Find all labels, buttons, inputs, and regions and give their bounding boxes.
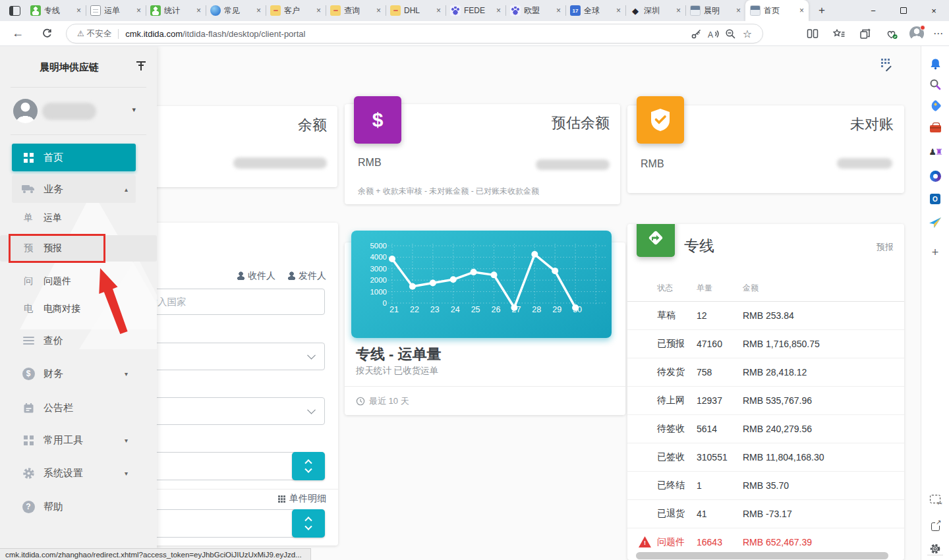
- tab-dhl[interactable]: DHL ×: [386, 0, 446, 21]
- microsoft-365-icon[interactable]: [928, 169, 942, 183]
- drop-paper-plane-icon[interactable]: [928, 215, 942, 230]
- favorites-hub-icon[interactable]: [830, 25, 848, 42]
- user-menu-caret-icon[interactable]: ▾: [132, 105, 136, 114]
- currency-label: RMB: [641, 158, 664, 170]
- settings-more-icon[interactable]: ⋯: [933, 28, 944, 40]
- profile-avatar[interactable]: [909, 26, 924, 41]
- recipient-toggle[interactable]: 收件人: [237, 270, 275, 282]
- sidebar-item-help[interactable]: ? 帮助: [12, 493, 136, 520]
- sidebar-item-tools[interactable]: 常用工具 ▾: [12, 426, 136, 454]
- tab-fedex[interactable]: FEDE ×: [446, 0, 505, 21]
- item-detail-button[interactable]: 单件明细: [278, 493, 326, 505]
- tab-quanqiu[interactable]: 17 全球 ×: [565, 0, 625, 21]
- table-row[interactable]: 待发货 758 RMB 28,418.12: [627, 358, 904, 386]
- forecast-link[interactable]: 预报: [877, 241, 894, 253]
- share-external-icon[interactable]: [928, 519, 942, 534]
- web-capture-icon[interactable]: [928, 491, 942, 506]
- tab-close-icon[interactable]: ×: [376, 7, 381, 14]
- sidebar-item-waybill[interactable]: 单 运单: [0, 205, 157, 231]
- tab-close-icon[interactable]: ×: [676, 7, 681, 14]
- edge-sidebar-rail: ♟♜ O +: [921, 46, 949, 560]
- sidebar-settings-gear-icon[interactable]: [928, 542, 942, 556]
- tab-activities-icon[interactable]: [9, 6, 20, 16]
- tab-chaxun[interactable]: 查询 ×: [326, 0, 386, 21]
- weight-stepper[interactable]: [292, 452, 325, 480]
- restore-button[interactable]: [888, 0, 919, 21]
- tab-close-icon[interactable]: ×: [256, 7, 261, 14]
- step-down-icon[interactable]: [304, 523, 312, 530]
- close-button[interactable]: ×: [919, 0, 949, 21]
- step-down-icon[interactable]: [304, 466, 312, 473]
- address-bar[interactable]: ⚠ 不安全 cmk.itdida.com/itdida-flash/deskto…: [66, 24, 763, 43]
- sender-toggle[interactable]: 发件人: [287, 270, 326, 282]
- tab-tongji[interactable]: 统计 ×: [146, 0, 206, 21]
- country-input[interactable]: 请输入国家: [130, 289, 325, 315]
- tab-close-icon[interactable]: ×: [556, 7, 561, 14]
- tab-close-icon[interactable]: ×: [76, 7, 81, 14]
- tab-changjian[interactable]: 常见 ×: [206, 0, 266, 21]
- pin-sidebar-icon[interactable]: [136, 61, 146, 71]
- new-tab-button[interactable]: +: [813, 1, 831, 20]
- tools-toolbox-icon[interactable]: [928, 121, 942, 136]
- product-select[interactable]: [130, 343, 325, 370]
- browser-essentials-icon[interactable]: [883, 25, 900, 42]
- split-screen-icon[interactable]: [804, 25, 821, 42]
- password-key-icon[interactable]: [687, 25, 705, 42]
- table-row[interactable]: 已退货 41 RMB -73.17: [627, 499, 904, 528]
- sidebar-item-bulletin[interactable]: 公告栏: [12, 394, 136, 422]
- zoom-out-icon[interactable]: [722, 25, 739, 42]
- tab-close-icon[interactable]: ×: [616, 7, 621, 14]
- horizontal-scrollbar-thumb[interactable]: [636, 552, 888, 559]
- grid-icon: [278, 495, 285, 503]
- dollar-icon: $: [354, 96, 401, 144]
- tab-close-icon[interactable]: ×: [196, 7, 201, 14]
- directions-icon: [637, 224, 675, 257]
- quantity-stepper[interactable]: [292, 509, 325, 538]
- tab-close-icon[interactable]: ×: [136, 7, 141, 14]
- games-chess-icon[interactable]: ♟♜: [928, 144, 942, 159]
- table-row[interactable]: 待签收 5614 RMB 240,279.56: [627, 414, 904, 443]
- chart-subtitle: 按天统计 已收货运单: [356, 365, 438, 377]
- tab-close-icon[interactable]: ×: [436, 7, 441, 14]
- customize-dashboard-icon[interactable]: [881, 58, 892, 69]
- minimize-button[interactable]: −: [858, 0, 888, 21]
- table-row[interactable]: 已终结 1 RMB 35.70: [627, 471, 904, 499]
- sidebar-item-pricing[interactable]: 查价: [12, 327, 136, 354]
- back-button[interactable]: ←: [8, 24, 28, 43]
- add-to-sidebar-icon[interactable]: +: [928, 245, 942, 260]
- sidebar-item-home[interactable]: 首页: [12, 144, 136, 171]
- sidebar-item-forecast[interactable]: 预 预报: [0, 235, 157, 262]
- tab-yundan[interactable]: 运单 ×: [86, 0, 146, 21]
- table-row[interactable]: 已签收 310551 RMB 11,804,168.30: [627, 443, 904, 471]
- table-row[interactable]: 已预报 47160 RMB 1,716,850.75: [627, 329, 904, 358]
- table-row[interactable]: 待上网 12937 RMB 535,767.96: [627, 386, 904, 414]
- tab-close-icon[interactable]: ×: [316, 7, 321, 14]
- tab-zhuanxian[interactable]: 专线 ×: [26, 0, 86, 21]
- tab-close-icon[interactable]: ×: [736, 7, 741, 14]
- outlook-icon[interactable]: O: [928, 192, 942, 206]
- search-icon[interactable]: [928, 77, 942, 92]
- sidebar-item-ecommerce[interactable]: 电 电商对接: [0, 296, 157, 322]
- tab-kehu[interactable]: 客户 ×: [266, 0, 326, 21]
- collections-icon[interactable]: [857, 25, 874, 42]
- sidebar-item-settings[interactable]: 系统设置 ▾: [12, 459, 136, 487]
- tab-chenming[interactable]: 晨明 ×: [685, 0, 745, 21]
- read-aloud-icon[interactable]: A: [705, 25, 722, 42]
- sidebar-item-problem[interactable]: 问 问题件: [0, 268, 157, 294]
- favorite-star-icon[interactable]: ☆: [739, 25, 756, 42]
- sidebar-item-business[interactable]: 业务 ▴: [12, 175, 136, 203]
- refresh-button[interactable]: [37, 24, 57, 43]
- cargo-type-select[interactable]: [130, 397, 325, 425]
- tab-close-icon[interactable]: ×: [496, 7, 501, 14]
- lane-status-table: 状态 单量 金额 草稿 12 RMB 253.84 已预报 47160 RMB …: [627, 275, 904, 556]
- svg-text:24: 24: [451, 305, 460, 314]
- shopping-tag-icon[interactable]: [928, 98, 942, 113]
- tab-home-active[interactable]: 首页 ×: [745, 0, 809, 21]
- tab-shenzhen[interactable]: ◆ 深圳 ×: [625, 0, 685, 21]
- sidebar-item-finance[interactable]: $ 财务 ▾: [12, 360, 136, 387]
- notifications-bell-icon[interactable]: [928, 57, 942, 71]
- user-avatar[interactable]: [13, 99, 38, 123]
- tab-close-icon[interactable]: ×: [799, 7, 804, 14]
- tab-oumeng[interactable]: 欧盟 ×: [505, 0, 565, 21]
- table-row[interactable]: 草稿 12 RMB 253.84: [627, 301, 904, 329]
